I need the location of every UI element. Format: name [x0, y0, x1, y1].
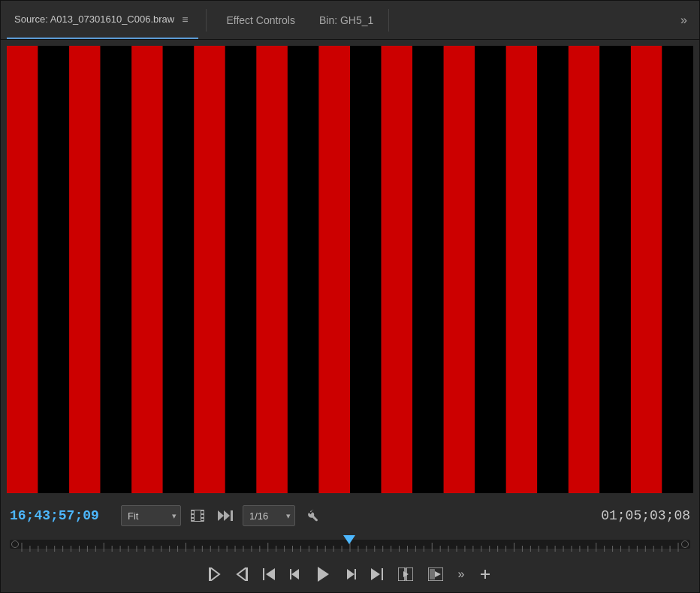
svg-rect-26 [201, 511, 204, 513]
svg-marker-123 [347, 569, 355, 579]
tab-divider-1 [206, 9, 207, 32]
source-monitor-panel: Source: A013_07301610_C006.braw ≡ Effect… [0, 0, 700, 593]
tab-source[interactable]: Source: A013_07301610_C006.braw ≡ [7, 1, 198, 39]
timecode-row: 16;43;57;09 Fit25%50%75%100%150%200% [10, 499, 690, 532]
svg-rect-21 [662, 46, 693, 493]
svg-rect-1 [38, 46, 70, 493]
timecode-right: 01;05;03;08 [601, 508, 690, 523]
svg-rect-32 [231, 510, 233, 521]
svg-rect-8 [256, 46, 288, 493]
svg-rect-11 [350, 46, 382, 493]
svg-rect-10 [318, 46, 350, 493]
svg-rect-4 [131, 46, 163, 493]
svg-rect-115 [209, 567, 211, 581]
scrub-track[interactable] [10, 540, 690, 549]
scrub-out-point [681, 540, 689, 548]
tab-menu-icon[interactable]: ≡ [179, 12, 191, 27]
fast-forward-more-button[interactable]: » [452, 563, 471, 585]
svg-marker-126 [371, 568, 380, 580]
svg-marker-132 [435, 571, 441, 577]
step-back-button[interactable] [284, 564, 306, 584]
svg-marker-114 [210, 567, 219, 581]
film-strip-icon[interactable] [187, 507, 208, 525]
tab-divider-2 [388, 9, 389, 32]
svg-rect-7 [225, 46, 257, 493]
svg-rect-17 [537, 46, 569, 493]
svg-rect-118 [263, 568, 264, 580]
video-canvas [7, 46, 693, 493]
svg-rect-124 [355, 569, 356, 579]
svg-rect-14 [444, 46, 475, 493]
svg-marker-120 [291, 569, 299, 579]
tab-forward-button[interactable]: » [674, 14, 693, 27]
svg-rect-29 [195, 510, 201, 521]
svg-rect-125 [382, 568, 383, 580]
tab-effect-controls[interactable]: Effect Controls [214, 1, 307, 39]
overwrite-button[interactable] [422, 563, 449, 585]
svg-rect-117 [246, 567, 248, 581]
svg-rect-16 [506, 46, 538, 493]
svg-rect-13 [412, 46, 444, 493]
svg-rect-18 [569, 46, 600, 493]
svg-rect-25 [192, 519, 194, 520]
play-button[interactable] [309, 562, 336, 586]
svg-rect-2 [69, 46, 101, 493]
svg-marker-30 [218, 510, 224, 521]
svg-rect-15 [475, 46, 506, 493]
fit-dropdown-wrapper: Fit25%50%75%100%150%200% [121, 505, 181, 526]
video-preview-area [7, 46, 693, 493]
go-to-in-button[interactable] [257, 564, 281, 585]
add-marker-button[interactable] [473, 564, 497, 585]
svg-rect-6 [194, 46, 225, 493]
scrub-row[interactable] [10, 532, 690, 556]
svg-rect-12 [382, 46, 413, 493]
svg-rect-5 [163, 46, 195, 493]
wrench-icon[interactable] [301, 506, 322, 525]
fit-dropdown[interactable]: Fit25%50%75%100%150%200% [121, 505, 181, 526]
step-forward-button[interactable] [339, 564, 362, 584]
svg-rect-121 [290, 569, 291, 579]
svg-rect-9 [288, 46, 319, 493]
mark-out-button[interactable] [230, 563, 254, 585]
resolution-dropdown-wrapper: Full1/21/41/81/16 [243, 505, 295, 526]
source-tab-label: Source: A013_07301610_C006.braw [14, 14, 174, 25]
effect-controls-label: Effect Controls [226, 14, 295, 26]
insert-button[interactable] [392, 563, 419, 585]
svg-rect-20 [631, 46, 662, 493]
svg-rect-28 [201, 519, 204, 520]
bin-label: Bin: GH5_1 [319, 14, 373, 26]
svg-rect-23 [192, 511, 194, 513]
timecode-left: 16;43;57;09 [10, 508, 115, 523]
svg-rect-27 [201, 515, 204, 517]
svg-marker-31 [224, 510, 230, 521]
scrub-playhead[interactable] [343, 535, 355, 544]
svg-rect-131 [430, 569, 435, 579]
transport-row: » [10, 556, 690, 592]
tab-bin[interactable]: Bin: GH5_1 [307, 1, 385, 39]
svg-marker-116 [237, 567, 246, 581]
svg-marker-119 [266, 568, 275, 580]
svg-marker-122 [318, 567, 329, 582]
tab-bar: Source: A013_07301610_C006.braw ≡ Effect… [1, 1, 699, 40]
svg-rect-3 [101, 46, 132, 493]
svg-rect-0 [7, 46, 38, 493]
mark-in-button[interactable] [203, 563, 227, 585]
controls-area: 16;43;57;09 Fit25%50%75%100%150%200% [1, 499, 699, 592]
resolution-dropdown[interactable]: Full1/21/41/81/16 [243, 505, 295, 526]
go-to-out-button[interactable] [365, 564, 389, 585]
svg-rect-19 [599, 46, 631, 493]
fast-forward-icon[interactable] [214, 507, 237, 524]
svg-rect-24 [192, 515, 194, 517]
